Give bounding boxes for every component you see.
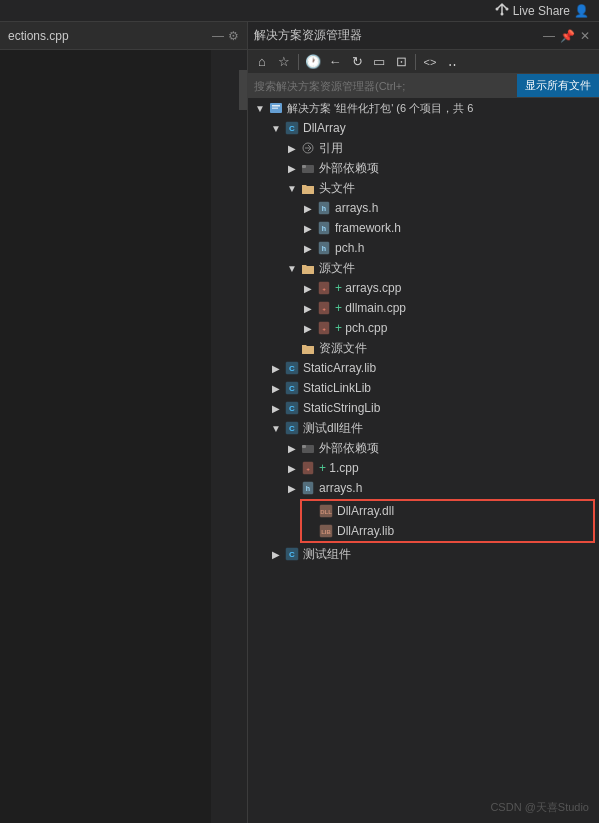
- testdll-1cpp-arrow[interactable]: [284, 460, 300, 476]
- item-sources[interactable]: 源文件: [248, 258, 599, 278]
- project-staticstringlib[interactable]: C StaticStringLib: [248, 398, 599, 418]
- lib-file-icon: LIB: [318, 523, 334, 539]
- toolbar-sep-1: [298, 54, 299, 70]
- item-headers[interactable]: 头文件: [248, 178, 599, 198]
- home-button[interactable]: ⌂: [252, 52, 272, 72]
- svg-text:+: +: [322, 326, 325, 332]
- solution-icon: [268, 100, 284, 116]
- pch-h-arrow[interactable]: [300, 240, 316, 256]
- svg-rect-11: [302, 186, 314, 194]
- project-dllarray[interactable]: C DllArray: [248, 118, 599, 138]
- testdll-arrow[interactable]: [268, 420, 284, 436]
- item-extdep-dllarray[interactable]: 外部依赖项: [248, 158, 599, 178]
- refresh-button[interactable]: ↻: [347, 52, 367, 72]
- project-icon-dllarray: C: [284, 120, 300, 136]
- dllmain-cpp-label: + dllmain.cpp: [335, 301, 406, 315]
- testdll-extdep-icon: [300, 440, 316, 456]
- headers-arrow[interactable]: [284, 180, 300, 196]
- item-dllarray-lib[interactable]: LIB DllArray.lib: [302, 521, 593, 541]
- live-share-area[interactable]: Live Share 👤: [495, 2, 589, 19]
- preview-button[interactable]: ⊡: [391, 52, 411, 72]
- item-framework-h[interactable]: h framework.h: [248, 218, 599, 238]
- file-tree[interactable]: 解决方案 '组件化打包' (6 个项目，共 6 C DllArray: [248, 98, 599, 793]
- resources-folder-icon: [300, 340, 316, 356]
- framework-h-arrow[interactable]: [300, 220, 316, 236]
- project-icon-staticlinklib: C: [284, 380, 300, 396]
- project-staticarray[interactable]: C StaticArray.lib: [248, 358, 599, 378]
- extdep-dllarray-label: 外部依赖项: [319, 160, 379, 177]
- show-all-files-button[interactable]: 显示所有文件: [517, 74, 599, 97]
- header-file-icon-pch: h: [316, 240, 332, 256]
- back-button[interactable]: ←: [325, 52, 345, 72]
- dllmain-cpp-arrow[interactable]: [300, 300, 316, 316]
- vertical-scrollbar[interactable]: [239, 50, 247, 823]
- testdll-arrays-h-arrow[interactable]: [284, 480, 300, 496]
- arrays-cpp-arrow[interactable]: [300, 280, 316, 296]
- svg-text:DLL: DLL: [320, 509, 332, 515]
- item-arrays-cpp[interactable]: + + arrays.cpp: [248, 278, 599, 298]
- item-testdll-1cpp[interactable]: + + 1.cpp: [248, 458, 599, 478]
- more-options-button[interactable]: ‥: [442, 52, 462, 72]
- item-ref[interactable]: 引用: [248, 138, 599, 158]
- solution-label: 解决方案 '组件化打包' (6 个项目，共 6: [287, 101, 473, 116]
- extdep-arrow[interactable]: [284, 160, 300, 176]
- item-pch-cpp[interactable]: + + pch.cpp: [248, 318, 599, 338]
- close-button[interactable]: ✕: [577, 28, 593, 44]
- item-dllarray-dll[interactable]: DLL DllArray.dll: [302, 501, 593, 521]
- history-button[interactable]: 🕐: [303, 52, 323, 72]
- arrays-h-label: arrays.h: [335, 201, 378, 215]
- item-testdll-arrays-h[interactable]: h arrays.h: [248, 478, 599, 498]
- svg-text:C: C: [289, 424, 295, 433]
- svg-rect-4: [272, 105, 280, 107]
- dllarray-arrow[interactable]: [268, 120, 284, 136]
- extdep-icon: [300, 160, 316, 176]
- scrollbar-thumb[interactable]: [239, 70, 247, 110]
- properties-button[interactable]: ☆: [274, 52, 294, 72]
- pin-to-editor-button[interactable]: —: [541, 28, 557, 44]
- settings-icon[interactable]: ⚙: [228, 29, 239, 43]
- editor-panel: ections.cpp — ⚙: [0, 22, 248, 823]
- sources-folder-icon: [300, 260, 316, 276]
- collapse-all-button[interactable]: ▭: [369, 52, 389, 72]
- pch-cpp-arrow[interactable]: [300, 320, 316, 336]
- item-arrays-h[interactable]: h arrays.h: [248, 198, 599, 218]
- header-file-icon-framework: h: [316, 220, 332, 236]
- arrays-h-arrow[interactable]: [300, 200, 316, 216]
- staticlinklib-arrow[interactable]: [268, 380, 284, 396]
- svg-text:h: h: [322, 225, 326, 232]
- project-testgroup[interactable]: C 测试组件: [248, 544, 599, 564]
- solution-root[interactable]: 解决方案 '组件化打包' (6 个项目，共 6: [248, 98, 599, 118]
- testdll-extdep-arrow[interactable]: [284, 440, 300, 456]
- staticarray-arrow[interactable]: [268, 360, 284, 376]
- project-staticlinklib[interactable]: C StaticLinkLib: [248, 378, 599, 398]
- item-testdll-extdep[interactable]: 外部依赖项: [248, 438, 599, 458]
- svg-text:C: C: [289, 404, 295, 413]
- testgroup-arrow[interactable]: [268, 546, 284, 562]
- staticstringlib-arrow[interactable]: [268, 400, 284, 416]
- headers-folder-icon: [300, 180, 316, 196]
- toolbar-sep-2: [415, 54, 416, 70]
- headers-label: 头文件: [319, 180, 355, 197]
- project-testdll[interactable]: C 测试dll组件: [248, 418, 599, 438]
- red-border-group: DLL DllArray.dll LIB DllArray.lib: [300, 499, 595, 543]
- editor-tab[interactable]: ections.cpp — ⚙: [0, 22, 247, 50]
- item-dllmain-cpp[interactable]: + + dllmain.cpp: [248, 298, 599, 318]
- item-pch-h[interactable]: h pch.h: [248, 238, 599, 258]
- search-bar[interactable]: 显示所有文件: [248, 74, 599, 98]
- view-code-button[interactable]: <>: [420, 52, 440, 72]
- dllarray-dll-label: DllArray.dll: [337, 504, 394, 518]
- solution-explorer-panel: 解决方案资源管理器 — 📌 ✕ ⌂ ☆ 🕐 ← ↻ ▭ ⊡ <> ‥ 显示所有文…: [248, 22, 599, 823]
- solution-arrow[interactable]: [252, 100, 268, 116]
- cpp-file-icon-pch: +: [316, 320, 332, 336]
- pch-h-label: pch.h: [335, 241, 364, 255]
- svg-text:+: +: [322, 286, 325, 292]
- sources-arrow[interactable]: [284, 260, 300, 276]
- ref-arrow[interactable]: [284, 140, 300, 156]
- testdll-arrays-h-label: arrays.h: [319, 481, 362, 495]
- pin-button[interactable]: —: [212, 29, 224, 43]
- item-resources[interactable]: 资源文件: [248, 338, 599, 358]
- code-editor-area[interactable]: [0, 50, 247, 823]
- dock-button[interactable]: 📌: [559, 28, 575, 44]
- pch-cpp-label: + pch.cpp: [335, 321, 387, 335]
- resources-label: 资源文件: [319, 340, 367, 357]
